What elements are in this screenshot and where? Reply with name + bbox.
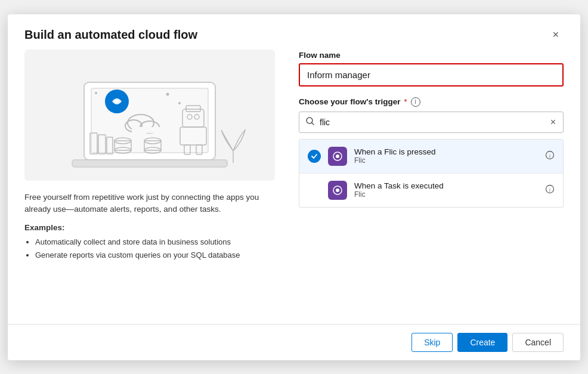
search-icon (305, 116, 315, 128)
dialog-body: Free yourself from repetitive work just … (8, 50, 580, 324)
examples-title: Examples: (24, 223, 275, 232)
svg-point-31 (336, 154, 339, 158)
trigger-label-row: Choose your flow's trigger * i (299, 97, 564, 107)
info-icon[interactable]: i (411, 97, 420, 107)
trigger-name: When a Flic is pressed (354, 147, 538, 156)
trigger-label: Choose your flow's trigger (299, 97, 400, 106)
right-panel: Flow name Choose your flow's trigger * i… (299, 50, 564, 312)
dialog-footer: Skip Create Cancel (8, 324, 580, 360)
trigger-app-2: Flic (354, 190, 538, 199)
svg-text:i: i (549, 187, 551, 193)
trigger-name-2: When a Task is executed (354, 181, 538, 190)
svg-point-35 (336, 188, 339, 192)
example-item: Generate reports via custom queries on y… (35, 249, 275, 262)
trigger-list: When a Flic is pressed Flic i (299, 139, 564, 208)
svg-point-26 (178, 102, 181, 104)
flow-name-label: Flow name (299, 51, 564, 60)
trigger-text-2: When a Task is executed Flic (354, 181, 538, 199)
example-item: Automatically collect and store data in … (35, 236, 275, 249)
flic-app-icon (328, 147, 347, 166)
trigger-app: Flic (354, 156, 538, 165)
selected-check (308, 150, 321, 163)
trigger-info-icon[interactable]: i (545, 150, 555, 162)
dialog-title: Build an automated cloud flow (24, 28, 197, 42)
description-text: Free yourself from repetitive work just … (24, 191, 275, 217)
create-button[interactable]: Create (457, 333, 507, 352)
flic-app-icon-2 (328, 181, 347, 200)
svg-rect-6 (132, 127, 162, 133)
examples-list: Automatically collect and store data in … (24, 236, 275, 262)
trigger-search-input[interactable] (320, 118, 544, 127)
close-button[interactable]: × (547, 26, 564, 44)
trigger-item-flic-pressed[interactable]: When a Flic is pressed Flic i (299, 140, 563, 174)
dialog-header: Build an automated cloud flow × (8, 14, 580, 50)
trigger-item-flic-task[interactable]: When a Task is executed Flic i (299, 174, 563, 207)
clear-search-icon[interactable]: × (549, 117, 557, 128)
trigger-info-icon-2[interactable]: i (545, 184, 555, 196)
svg-text:i: i (549, 153, 551, 159)
required-star: * (404, 97, 407, 106)
unselected-placeholder (308, 184, 321, 197)
svg-line-29 (312, 122, 314, 125)
build-automated-flow-dialog: Build an automated cloud flow × (8, 14, 580, 360)
flow-name-input-wrapper (299, 63, 564, 86)
svg-point-25 (95, 92, 97, 94)
search-box: × (299, 112, 564, 133)
svg-rect-2 (72, 160, 227, 167)
flow-name-input[interactable] (300, 64, 562, 85)
illustration (24, 50, 275, 181)
cancel-button[interactable]: Cancel (512, 333, 564, 352)
svg-point-24 (166, 92, 169, 95)
skip-button[interactable]: Skip (411, 333, 453, 352)
trigger-text: When a Flic is pressed Flic (354, 147, 538, 165)
left-panel: Free yourself from repetitive work just … (24, 50, 275, 312)
